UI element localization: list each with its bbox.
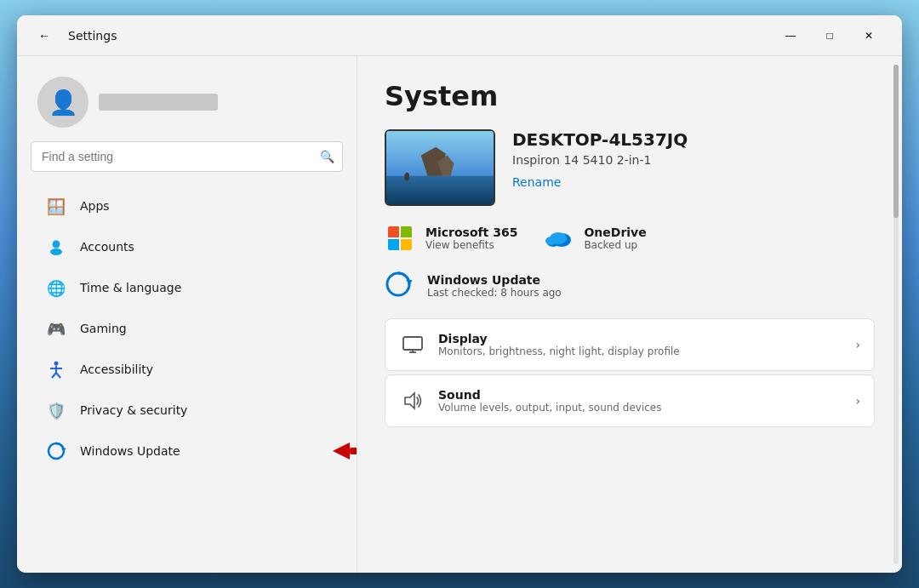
- sound-text: Sound Volume levels, output, input, soun…: [438, 388, 843, 414]
- sidebar-item-apps[interactable]: 🪟 Apps: [24, 186, 350, 226]
- sidebar-item-gaming[interactable]: 🎮 Gaming: [24, 308, 350, 349]
- svg-line-6: [56, 373, 60, 378]
- content-area: 👤 🔍 🪟 Apps Acc: [17, 56, 902, 573]
- windows-update-section[interactable]: Windows Update Last checked: 8 hours ago: [385, 271, 875, 301]
- sidebar: 👤 🔍 🪟 Apps Acc: [17, 56, 357, 573]
- display-text: Display Monitors, brightness, night ligh…: [438, 332, 843, 357]
- windows-update-text: Windows Update Last checked: 8 hours ago: [427, 273, 562, 299]
- svg-line-5: [52, 373, 56, 378]
- windows-update-section-title: Windows Update: [427, 273, 562, 287]
- accounts-label: Accounts: [80, 240, 134, 254]
- windows-update-section-icon: [385, 271, 415, 301]
- sound-desc: Volume levels, output, input, sound devi…: [438, 402, 843, 414]
- svg-point-1: [50, 248, 62, 255]
- device-info: DESKTOP-4L537JQ Inspiron 14 5410 2-in-1 …: [512, 129, 875, 190]
- sound-chevron: ›: [855, 394, 860, 408]
- person-icon: 👤: [49, 88, 78, 117]
- titlebar: ← Settings — □ ✕: [17, 15, 902, 56]
- window-controls: — □ ✕: [771, 22, 888, 49]
- onedrive-text: OneDrive Backed up: [584, 225, 646, 251]
- main-content: System: [357, 56, 902, 573]
- display-desc: Monitors, brightness, night light, displ…: [438, 345, 843, 357]
- gaming-label: Gaming: [80, 322, 127, 335]
- svg-marker-8: [333, 442, 350, 460]
- search-input[interactable]: [31, 141, 343, 172]
- apps-icon: 🪟: [44, 194, 68, 218]
- sidebar-item-windows-update[interactable]: Windows Update: [24, 431, 350, 471]
- svg-point-14: [404, 173, 409, 181]
- apps-label: Apps: [80, 199, 110, 213]
- device-thumbnail: [385, 129, 495, 206]
- gaming-icon: 🎮: [44, 317, 68, 340]
- red-arrow-indicator: [316, 439, 357, 463]
- svg-rect-11: [386, 176, 494, 205]
- accessibility-label: Accessibility: [80, 363, 153, 376]
- display-icon: [399, 331, 426, 358]
- rename-link[interactable]: Rename: [512, 175, 561, 189]
- back-button[interactable]: ←: [31, 22, 58, 49]
- svg-marker-23: [405, 393, 414, 408]
- microsoft365-card[interactable]: Microsoft 365 View benefits: [385, 223, 517, 254]
- time-language-label: Time & language: [80, 281, 181, 294]
- microsoft365-icon: [385, 223, 415, 254]
- minimize-button[interactable]: —: [771, 22, 810, 49]
- user-section: 👤: [17, 70, 357, 141]
- accounts-icon: [44, 235, 68, 259]
- sidebar-item-time-language[interactable]: 🌐 Time & language: [24, 267, 350, 308]
- sound-title: Sound: [438, 388, 843, 402]
- display-setting[interactable]: Display Monitors, brightness, night ligh…: [385, 318, 875, 371]
- display-chevron: ›: [855, 338, 860, 351]
- device-landscape-svg: [386, 129, 494, 206]
- page-title: System: [385, 80, 875, 112]
- search-icon: 🔍: [320, 150, 334, 163]
- windows-update-label: Windows Update: [80, 444, 180, 458]
- window-title: Settings: [68, 29, 117, 43]
- privacy-security-label: Privacy & security: [80, 403, 187, 417]
- onedrive-title: OneDrive: [584, 225, 646, 239]
- onedrive-icon: [543, 223, 574, 254]
- svg-rect-20: [403, 337, 422, 350]
- titlebar-left: ← Settings: [31, 22, 771, 49]
- settings-window: ← Settings — □ ✕ 👤 🔍: [17, 15, 902, 573]
- sidebar-item-privacy-security[interactable]: 🛡️ Privacy & security: [24, 390, 350, 431]
- device-section: DESKTOP-4L537JQ Inspiron 14 5410 2-in-1 …: [385, 129, 875, 206]
- sidebar-item-accounts[interactable]: Accounts: [24, 226, 350, 267]
- onedrive-subtitle: Backed up: [584, 239, 646, 251]
- sound-icon: [399, 387, 426, 414]
- windows-update-icon: [44, 439, 68, 463]
- close-button[interactable]: ✕: [849, 22, 888, 49]
- sidebar-item-accessibility[interactable]: Accessibility: [24, 349, 350, 390]
- device-name: DESKTOP-4L537JQ: [512, 129, 875, 150]
- username-placeholder: [99, 94, 218, 111]
- avatar[interactable]: 👤: [37, 77, 88, 128]
- device-thumb-image: [386, 131, 494, 204]
- maximize-button[interactable]: □: [810, 22, 849, 49]
- settings-list: Display Monitors, brightness, night ligh…: [385, 318, 875, 427]
- device-model: Inspiron 14 5410 2-in-1: [512, 153, 875, 167]
- svg-point-2: [54, 362, 59, 366]
- sound-setting[interactable]: Sound Volume levels, output, input, soun…: [385, 374, 875, 427]
- privacy-security-icon: 🛡️: [44, 398, 68, 422]
- microsoft365-subtitle: View benefits: [425, 239, 517, 251]
- time-language-icon: 🌐: [44, 276, 68, 300]
- display-title: Display: [438, 332, 843, 345]
- search-box: 🔍: [31, 141, 343, 172]
- onedrive-card[interactable]: OneDrive Backed up: [543, 223, 646, 254]
- scrollbar-track: [893, 65, 899, 564]
- svg-point-18: [545, 237, 557, 245]
- scrollbar-thumb[interactable]: [893, 65, 899, 218]
- svg-rect-9: [350, 448, 357, 454]
- microsoft365-text: Microsoft 365 View benefits: [425, 225, 517, 251]
- accessibility-icon: [44, 357, 68, 381]
- svg-point-0: [53, 241, 60, 248]
- microsoft365-title: Microsoft 365: [425, 225, 517, 239]
- windows-update-section-sub: Last checked: 8 hours ago: [427, 287, 562, 299]
- info-row: Microsoft 365 View benefits: [385, 223, 875, 254]
